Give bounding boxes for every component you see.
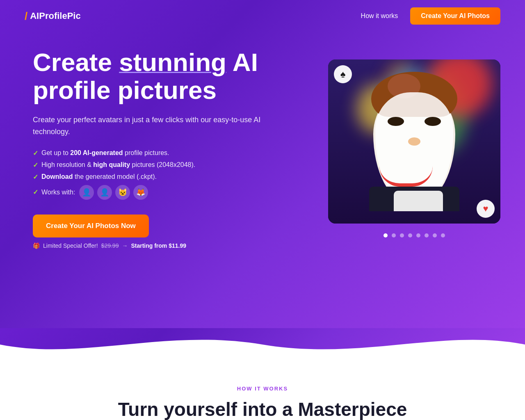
feature-item-1: ✓ Get up to 200 AI-generated profile pic… [33,149,271,157]
check-icon-4: ✓ [33,188,38,196]
platform-icon-reddit: 🦊 [133,185,148,200]
offer-text: 🎁 Limited Special Offer! $29.99 → Starti… [33,242,271,249]
carousel-dot-7[interactable] [433,233,437,237]
navbar: / AIProfilePic How it works Create Your … [0,0,525,32]
heading-create: Create [33,48,119,76]
hero-subtitle: Create your perfect avatars in just a fe… [33,114,271,138]
arrow-icon: → [122,242,128,249]
carousel-dot-2[interactable] [392,233,396,237]
check-icon-3: ✓ [33,173,38,181]
hero-left: Create stunning AI profile pictures Crea… [33,48,271,249]
carousel-dot-3[interactable] [400,233,404,237]
platform-icon-instagram: 👤 [79,185,94,200]
carousel-dot-4[interactable] [408,233,412,237]
feature-list: ✓ Get up to 200 AI-generated profile pic… [33,149,271,200]
carousel-dots [383,233,445,237]
check-icon-2: ✓ [33,161,38,169]
offer-gift-icon: 🎁 [33,242,40,249]
hero-image-container: ♠ [328,59,500,224]
feature-text-2: High resolution & high quality pictures … [41,161,195,169]
collar [369,187,459,211]
price-new: Starting from $11.99 [131,242,186,249]
how-it-works-section: HOW IT WORKS Turn yourself into a Master… [0,361,525,420]
cta-main-button[interactable]: Create Your AI Photos Now [33,215,149,237]
feature-item-4: ✓ Works with: 👤 👤 😺 🦊 [33,185,271,200]
joker-silhouette [365,72,463,211]
works-with: Works with: 👤 👤 😺 🦊 [41,185,148,200]
feature-item-2: ✓ High resolution & high quality picture… [33,161,271,169]
cta-section: Create Your AI Photos Now 🎁 Limited Spec… [33,215,271,249]
works-with-label: Works with: [41,189,75,196]
collar-white [394,191,443,211]
logo-text: AIProfilePic [30,11,80,21]
section-title: Turn yourself into a Masterpiece [25,398,500,420]
joker-face-area [328,59,500,224]
carousel-dot-5[interactable] [416,233,420,237]
hero-right: ♠ [328,59,500,237]
logo[interactable]: / AIProfilePic [25,10,81,23]
wave-separator [0,328,525,361]
check-icon-1: ✓ [33,149,38,157]
feature-text-1: Get up to 200 AI-generated profile pictu… [41,149,169,157]
feature-text-3: Download the generated model (.ckpt). [41,173,157,180]
nav-cta-button[interactable]: Create Your AI Photos [410,7,500,25]
platform-icon-github: 😺 [115,185,130,200]
platform-icon-linkedin: 👤 [97,185,112,200]
offer-label: Limited Special Offer! [43,242,98,249]
carousel-dot-1[interactable] [383,233,388,237]
hero-heading: Create stunning AI profile pictures [33,48,271,104]
price-old: $29.99 [101,242,119,249]
carousel-dot-8[interactable] [441,233,445,237]
section-label: HOW IT WORKS [25,386,500,392]
heading-stunning: stunning [119,48,226,76]
platform-icons: 👤 👤 😺 🦊 [79,185,148,200]
carousel-dot-6[interactable] [425,233,429,237]
joker-image: ♠ [328,59,500,224]
logo-slash: / [25,10,27,23]
nav-links: How it works Create Your AI Photos [361,7,500,25]
how-it-works-link[interactable]: How it works [361,12,398,20]
feature-item-3: ✓ Download the generated model (.ckpt). [33,173,271,181]
hero-content: Create stunning AI profile pictures Crea… [0,32,525,257]
